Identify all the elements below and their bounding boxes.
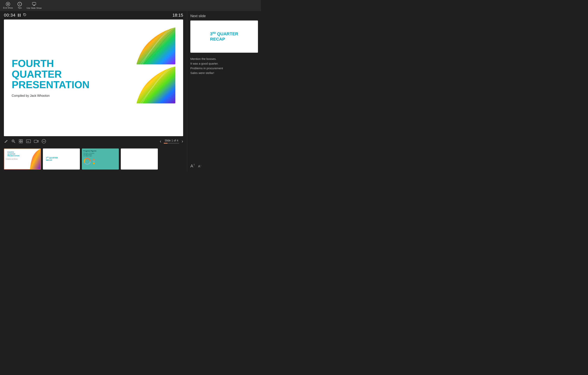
svg-point-22 [44, 141, 45, 142]
slide-canvas: FOURTH QUARTER PRESENTATION Compiled by … [4, 20, 183, 136]
slide-indicator: Slide 1 of 4 [164, 139, 179, 143]
nav-area: ‹ Slide 1 of 4 › [160, 139, 183, 144]
svg-rect-27 [93, 161, 95, 162]
timer-left: 00:34 [4, 13, 27, 18]
thumb-3-chart [83, 157, 99, 165]
thumbnail-4[interactable] [121, 148, 158, 170]
thumbnail-1[interactable]: FOURTHQUARTERPRESENTATION Compiled by Ja… [4, 148, 41, 170]
captions-button[interactable]: CC [26, 139, 31, 143]
main-area: 00:34 18:15 FOURTH [0, 11, 261, 172]
use-slide-show-button[interactable]: Use Slide Show [27, 2, 42, 9]
slide-title: FOURTH QUARTER PRESENTATION [12, 58, 131, 90]
svg-rect-14 [19, 142, 21, 143]
use-slide-show-icon [32, 2, 36, 6]
pause-bar-2 [20, 14, 21, 17]
zoom-button[interactable] [11, 139, 16, 143]
next-slide-button[interactable]: › [182, 139, 183, 144]
thumbnail-2[interactable]: 3RD QUARTERRECAP [43, 148, 80, 170]
tips-button[interactable]: i Tips [18, 2, 22, 9]
prev-slide-button[interactable]: ‹ [160, 139, 161, 144]
pause-bar-1 [18, 14, 19, 17]
slide-content: FOURTH QUARTER PRESENTATION Compiled by … [4, 20, 183, 136]
refresh-button[interactable] [23, 13, 27, 18]
svg-point-20 [43, 141, 43, 142]
camera-button[interactable] [34, 139, 39, 143]
slide-text-area: FOURTH QUARTER PRESENTATION Compiled by … [12, 27, 131, 128]
left-panel: 00:34 18:15 FOURTH [0, 11, 187, 172]
svg-rect-6 [33, 5, 35, 6]
svg-rect-4 [33, 2, 35, 2]
toolbar: End Show i Tips Use Slide Show [0, 0, 261, 11]
svg-rect-12 [19, 140, 21, 141]
grid-view-button[interactable] [19, 139, 23, 143]
timer-bar: 00:34 18:15 [0, 11, 187, 20]
presenter-notes: Mention the bosses. It was a good quarte… [190, 56, 258, 159]
bottom-controls: CC ‹ Slide 1 of 4 [0, 136, 187, 146]
svg-rect-28 [93, 163, 95, 164]
rainbow-brush-bottom [136, 66, 175, 103]
tips-icon: i [18, 2, 22, 6]
slide-counter: Slide 1 of 4 [165, 139, 178, 142]
svg-rect-26 [93, 159, 95, 160]
end-show-icon [6, 2, 10, 6]
next-slide-preview: 3RD QUARTERRECAP [190, 21, 258, 53]
slide-image-area [131, 27, 175, 128]
remaining-timer: 18:15 [172, 13, 183, 18]
rainbow-brush-top [136, 27, 175, 64]
draw-tool-button[interactable] [4, 139, 8, 143]
svg-rect-18 [34, 140, 37, 143]
thumbnail-3[interactable]: Progress Figures: 44.6 million in the qu… [82, 148, 119, 170]
thumb-1-image [30, 149, 41, 169]
svg-rect-13 [21, 140, 23, 141]
font-decrease-button[interactable]: A↓ [198, 164, 201, 168]
right-panel: Next slide 3RD QUARTERRECAP Mention the … [187, 11, 261, 172]
slide-subtitle: Compiled by Jack Whooton [12, 94, 131, 98]
font-increase-button[interactable]: A↑ [190, 163, 195, 169]
font-controls: A↑ A↓ [190, 163, 258, 169]
thumbnails-area: FOURTHQUARTERPRESENTATION Compiled by Ja… [0, 146, 187, 172]
svg-point-21 [44, 141, 44, 142]
more-button[interactable] [42, 139, 46, 143]
svg-rect-15 [21, 142, 23, 143]
svg-text:CC: CC [27, 141, 29, 143]
pause-button[interactable] [18, 14, 21, 17]
next-slide-title: 3RD QUARTERRECAP [210, 31, 238, 42]
svg-rect-3 [32, 2, 36, 5]
next-slide-label: Next slide [190, 14, 258, 18]
elapsed-timer: 00:34 [4, 13, 16, 18]
slide-progress-bar [164, 143, 179, 143]
end-show-button[interactable]: End Show [3, 2, 13, 9]
slide-progress-fill [164, 143, 168, 143]
svg-line-9 [14, 142, 15, 143]
